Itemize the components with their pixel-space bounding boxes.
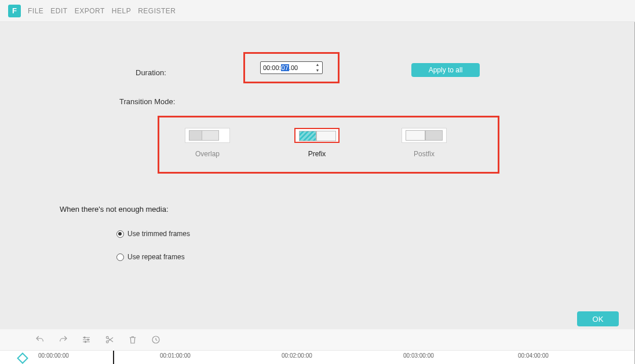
timeline-ruler[interactable]: 00:00:00:00 00:01:00:00 00:02:00:00 00:0… <box>0 350 635 364</box>
ok-button[interactable]: OK <box>577 311 619 326</box>
postfix-label: Postfix <box>414 150 435 158</box>
timeline-time-4: 00:04:00:00 <box>518 352 549 359</box>
duration-highlight-box: 00:00:07.00 ▲ ▼ <box>243 52 340 83</box>
menu-register[interactable]: REGISTER <box>138 7 176 15</box>
overlap-graphic-icon <box>185 128 230 143</box>
menu-edit[interactable]: EDIT <box>50 7 67 15</box>
duration-label: Duration: <box>136 68 166 77</box>
radio-trimmed-label: Use trimmed frames <box>127 230 190 238</box>
app-logo: F <box>8 5 21 17</box>
app-logo-letter: F <box>12 6 17 15</box>
transition-mode-overlap[interactable]: Overlap <box>185 128 230 158</box>
radio-use-trimmed-frames[interactable]: Use trimmed frames <box>116 230 190 238</box>
ok-label: OK <box>593 315 604 323</box>
spinner-up-icon[interactable]: ▲ <box>314 63 321 67</box>
transition-settings-panel: Duration: 00:00:07.00 ▲ ▼ Apply to all T… <box>0 22 635 329</box>
duration-prefix: 00:00: <box>263 64 281 71</box>
menu-help[interactable]: HELP <box>112 7 131 15</box>
svg-point-2 <box>85 341 86 343</box>
menu-export[interactable]: EXPORT <box>75 7 105 15</box>
redo-icon[interactable] <box>58 334 68 345</box>
timeline-start-marker-icon[interactable] <box>17 352 28 364</box>
duration-selected-seconds: 07 <box>281 64 289 71</box>
timeline-time-0: 00:00:00:00 <box>38 352 69 359</box>
timeline-time-1: 00:01:00:00 <box>160 352 191 359</box>
radio-repeat-label: Use repeat frames <box>127 253 185 261</box>
spinner-down-icon[interactable]: ▼ <box>314 69 321 72</box>
duration-input[interactable]: 00:00:07.00 ▲ ▼ <box>260 61 323 74</box>
timeline-time-3: 00:03:00:00 <box>403 352 434 359</box>
menubar: F FILE EDIT EXPORT HELP REGISTER <box>0 0 635 22</box>
apply-to-all-button[interactable]: Apply to all <box>411 63 480 77</box>
prefix-label: Prefix <box>308 150 326 158</box>
svg-point-3 <box>106 336 108 339</box>
not-enough-media-label: When there's not enough media: <box>60 205 169 214</box>
duration-suffix: .00 <box>289 64 298 71</box>
transition-mode-prefix[interactable]: Prefix <box>294 128 340 158</box>
transition-mode-highlight-box: Overlap Prefix Postfix <box>158 116 499 174</box>
transition-mode-label: Transition Mode: <box>119 97 175 106</box>
scissors-icon[interactable] <box>104 334 115 345</box>
menu-file[interactable]: FILE <box>28 7 43 15</box>
overlap-label: Overlap <box>195 150 220 158</box>
svg-point-4 <box>106 341 108 343</box>
svg-point-0 <box>84 337 85 338</box>
svg-point-1 <box>87 339 89 340</box>
sliders-icon[interactable] <box>81 334 92 345</box>
duration-spinner[interactable]: ▲ ▼ <box>314 63 321 72</box>
trash-icon[interactable] <box>127 334 138 345</box>
undo-icon[interactable] <box>35 334 45 345</box>
apply-to-all-label: Apply to all <box>429 66 463 74</box>
timeline-toolbar <box>0 329 635 350</box>
timeline-playhead[interactable] <box>113 351 114 364</box>
clock-icon[interactable] <box>151 334 161 345</box>
radio-trimmed-icon <box>116 230 124 238</box>
postfix-graphic-icon <box>402 128 447 143</box>
radio-repeat-icon <box>116 253 124 261</box>
transition-mode-postfix[interactable]: Postfix <box>402 128 447 158</box>
timeline-time-2: 00:02:00:00 <box>282 352 312 359</box>
prefix-graphic-icon <box>294 128 340 143</box>
radio-use-repeat-frames[interactable]: Use repeat frames <box>116 253 185 261</box>
